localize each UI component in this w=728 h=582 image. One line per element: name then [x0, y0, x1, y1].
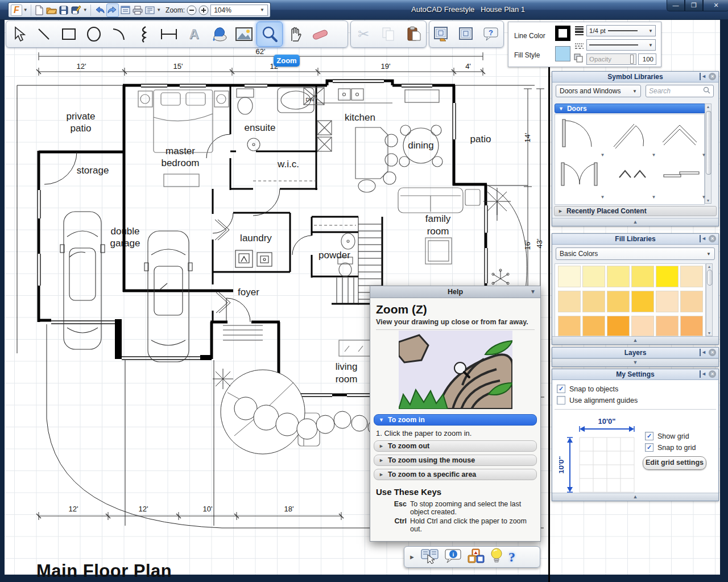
collapse-panel-icon[interactable]: ◄ [700, 349, 706, 356]
snap-to-grid-checkbox[interactable]: ✓ [645, 443, 653, 452]
copy-tool-icon[interactable] [376, 22, 401, 46]
fill-swatch[interactable] [582, 291, 605, 312]
door-symbol-dropdown-icon[interactable]: ▼ [648, 148, 657, 155]
symbol-category-combobox[interactable]: Doors and Windows ▼ [556, 85, 641, 97]
fill-color-swatch[interactable] [555, 46, 570, 61]
collapse-panel-icon[interactable]: ◄ [700, 235, 706, 242]
help-section-zoom-mouse[interactable]: ► To zoom using the mouse [374, 455, 537, 466]
close-button[interactable]: ✕ [703, 0, 728, 11]
symbol-search-box[interactable]: Search [646, 85, 714, 97]
fill-swatch[interactable] [607, 291, 630, 312]
panel-collapse-strip[interactable]: ▲ [552, 493, 718, 501]
fill-swatch[interactable] [582, 316, 605, 336]
opacity-field[interactable]: Opacity [586, 53, 636, 65]
new-document-icon[interactable] [34, 4, 46, 16]
door-symbol-dropdown-icon[interactable]: ▼ [648, 191, 657, 197]
opacity-slider-thumb[interactable] [630, 55, 634, 64]
collapse-panel-icon[interactable]: ◄ [700, 73, 706, 80]
tips-bulb-icon[interactable] [490, 548, 503, 566]
help-section-zoom-in[interactable]: ▼ To zoom in [374, 414, 537, 426]
fill-swatch[interactable] [558, 291, 581, 312]
minimize-button[interactable]: — [667, 0, 685, 11]
tutorials-blocks-icon[interactable] [468, 548, 485, 566]
panel-collapse-strip[interactable]: ▲ [552, 336, 718, 344]
recently-placed-header[interactable]: ► Recently Placed Content [554, 206, 717, 216]
properties-icon[interactable] [120, 4, 131, 16]
insert-image-icon[interactable] [429, 22, 454, 46]
door-symbol-sliding[interactable]: ▼ [658, 158, 708, 198]
fill-swatch[interactable] [656, 316, 679, 336]
save-icon[interactable] [59, 4, 70, 16]
circle-tool-icon[interactable] [81, 22, 106, 46]
fill-tool-icon[interactable] [206, 22, 231, 46]
arc-tool-icon[interactable] [106, 22, 131, 46]
help-question-icon[interactable]: ? [508, 550, 515, 565]
undo-icon[interactable] [94, 4, 105, 16]
door-symbol-dropdown-icon[interactable]: ▼ [597, 148, 606, 155]
help-collapse-caret-icon[interactable]: ▼ [530, 288, 536, 295]
paste-tool-icon[interactable] [401, 22, 426, 46]
app-menu-caret-icon[interactable]: ▼ [23, 7, 28, 13]
panels-icon[interactable] [144, 4, 156, 16]
fill-swatch[interactable] [680, 291, 703, 312]
layers-header[interactable]: Layers ◄✕ [552, 348, 718, 358]
search-icon[interactable] [703, 86, 710, 96]
fill-swatch[interactable] [656, 291, 679, 312]
picture-frame-icon[interactable] [454, 22, 478, 46]
doors-section-header[interactable]: ▼ Doors [555, 104, 712, 113]
door-symbol-double-open[interactable]: ▼ [658, 116, 708, 156]
door-symbol-dropdown-icon[interactable]: ▼ [698, 148, 707, 155]
fill-swatch[interactable] [607, 316, 630, 336]
fill-category-combobox[interactable]: Basic Colors ▼ [556, 247, 715, 260]
fill-scrollbar[interactable]: ▲ ▼ [706, 263, 713, 336]
panels-caret-icon[interactable]: ▼ [156, 7, 161, 13]
fill-swatch[interactable] [680, 266, 703, 287]
door-symbol-dropdown-icon[interactable]: ▼ [698, 191, 707, 197]
opacity-value-box[interactable]: 100 [638, 53, 656, 65]
help-section-zoom-area[interactable]: ► To zoom to a specific area [374, 469, 537, 480]
help-topics-icon[interactable] [421, 548, 439, 566]
fill-swatch[interactable] [607, 266, 630, 287]
door-symbol-double-swing[interactable]: ▼ [557, 158, 607, 198]
line-color-swatch[interactable] [555, 26, 570, 41]
door-symbol-open-swing[interactable]: ▼ [608, 116, 658, 156]
rectangle-tool-icon[interactable] [56, 22, 81, 46]
door-symbol-dropdown-icon[interactable]: ▼ [597, 191, 606, 197]
fill-swatch[interactable] [631, 291, 654, 312]
print-icon[interactable] [132, 4, 143, 16]
redo-icon[interactable] [106, 3, 119, 17]
text-tool-icon[interactable]: A [181, 22, 206, 46]
eraser-tool-icon[interactable] [308, 22, 333, 46]
fill-swatch[interactable] [558, 266, 581, 287]
zoom-level-combobox[interactable]: 104% ▼ [210, 5, 268, 16]
close-panel-icon[interactable]: ✕ [709, 370, 716, 378]
help-bubble-icon[interactable]: ? [479, 22, 503, 46]
panel-collapse-strip[interactable]: ▲ [552, 218, 718, 226]
help-section-zoom-out[interactable]: ► To zoom out [374, 440, 537, 452]
close-panel-icon[interactable]: ✕ [709, 73, 716, 80]
zoom-tool-icon[interactable] [257, 22, 283, 47]
line-tool-icon[interactable] [31, 22, 56, 46]
save-caret-icon[interactable]: ▼ [83, 7, 88, 13]
freehand-tool-icon[interactable] [131, 22, 156, 46]
help-popup-header[interactable]: Help ▼ [370, 286, 540, 298]
open-folder-icon[interactable] [46, 4, 57, 16]
fill-swatch[interactable] [631, 316, 654, 336]
zoom-out-icon[interactable] [186, 4, 197, 16]
fill-swatch[interactable] [558, 316, 581, 336]
fill-swatch[interactable] [582, 266, 605, 287]
dimension-tool-icon[interactable] [156, 22, 181, 46]
pan-tool-icon[interactable] [283, 22, 308, 46]
symbol-libraries-header[interactable]: Symbol Libraries ◄✕ [552, 72, 718, 82]
select-tool-icon[interactable] [6, 22, 31, 46]
alignment-guides-checkbox[interactable] [557, 396, 565, 404]
line-style-combobox[interactable]: ▼ [586, 39, 656, 51]
line-weight-combobox[interactable]: 1/4 pt ▼ [586, 25, 656, 36]
fill-swatch[interactable] [680, 316, 703, 336]
fill-libraries-header[interactable]: Fill Libraries ◄✕ [552, 234, 718, 245]
panel-expand-strip[interactable]: ▼ [552, 358, 718, 366]
zoom-in-icon[interactable] [198, 4, 210, 16]
close-panel-icon[interactable]: ✕ [709, 235, 716, 242]
collapse-panel-icon[interactable]: ◄ [700, 370, 706, 378]
door-symbol-bifold[interactable]: ▼ [608, 158, 658, 198]
